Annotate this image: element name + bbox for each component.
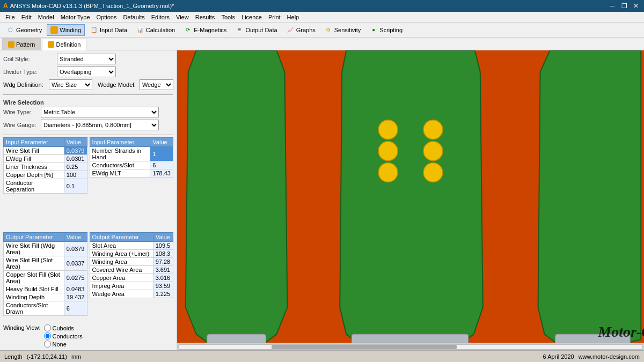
wire-type-label: Wire Type: [3, 109, 41, 115]
toolbar-sensitivity[interactable]: ⚙ Sensitivity [320, 24, 365, 36]
menu-defaults[interactable]: Defaults [120, 12, 148, 23]
out-val-impreg-area: 93.59 [153, 282, 173, 290]
menu-view[interactable]: View [173, 12, 192, 23]
svg-point-3 [378, 142, 398, 161]
table-row: Winding Depth 19.432 [4, 293, 87, 301]
out-param-copper-slot: Copper Slot Fill (Slot Area) [4, 271, 64, 285]
output-tables: Output Parameter Value Wire Slot Fill (W… [3, 232, 173, 319]
toolbar-emagnetics[interactable]: ⟳ E-Magnetics [180, 24, 230, 36]
svg-point-7 [423, 163, 443, 182]
table-row: EWdg MLT 178.43 [90, 169, 173, 178]
wire-type-select[interactable]: Metric Table AWG Table Manual [41, 107, 159, 117]
scrollbar-thumb[interactable] [272, 345, 457, 349]
val-conductor-sep: 0.1 [64, 179, 87, 194]
wire-gauge-select[interactable]: Diameters - [0.885mm, 0.800mm] [41, 120, 159, 130]
out-param-winding-area: Winding Area [90, 258, 153, 266]
toolbar-scripting[interactable]: ● Scripting [365, 24, 406, 36]
title-bar-left: A ANSYS Motor-CAD v13.1.3 (BPM_Traction_… [3, 2, 174, 10]
input-table-left: Input Parameter Value Wire Slot Fill 0.0… [3, 137, 87, 197]
tab-definition-label: Definition [56, 41, 80, 48]
coil-style-select[interactable]: Stranded Solid [57, 54, 116, 64]
winding-none-radio[interactable] [44, 341, 51, 348]
minimize-button[interactable]: ─ [608, 1, 617, 11]
status-bar: Length (-172.10,24.11) mm 6 April 2020 w… [0, 350, 644, 362]
toolbar-sensitivity-label: Sensitivity [334, 27, 361, 33]
menu-help[interactable]: Help [284, 12, 303, 23]
out-val-wedge-area: 1.225 [153, 290, 173, 298]
table-row: Conductors/Slot 6 [90, 161, 173, 169]
menu-file[interactable]: File [2, 12, 18, 23]
menu-tools[interactable]: Tools [218, 12, 238, 23]
param-wire-slot-fill: Wire Slot Fill [4, 147, 64, 155]
tab-pattern-label: Pattern [16, 41, 35, 48]
scrollbar-track[interactable] [178, 344, 643, 350]
param-liner-thickness: Liner Thickness [4, 163, 64, 171]
menu-print[interactable]: Print [265, 12, 284, 23]
title-text: ANSYS Motor-CAD v13.1.3 (BPM_Traction_1_… [10, 3, 174, 9]
wedge-model-select[interactable]: Wedge None [140, 79, 173, 90]
output-param-table-1: Output Parameter Value Wire Slot Fill (W… [3, 232, 87, 316]
toolbar: ⬡ Geometry Winding 📋 Input Data 📊 Calcul… [0, 23, 644, 38]
tab-definition[interactable]: Definition [42, 39, 86, 50]
tab-definition-icon [48, 41, 54, 48]
right-tooth [538, 50, 641, 346]
toolbar-input-data-label: Input Data [100, 27, 127, 33]
close-button[interactable]: ✕ [631, 1, 641, 11]
divider-type-select[interactable]: Overlapping None [57, 67, 116, 77]
menu-editors[interactable]: Editors [148, 12, 173, 23]
toolbar-calculation[interactable]: 📊 Calculation [132, 24, 179, 36]
menu-edit[interactable]: Edit [18, 12, 35, 23]
scripting-icon: ● [369, 26, 378, 34]
output-param-table-2: Output Parameter Value Slot Area 109.5 W… [90, 232, 174, 298]
out-param-conductors-drawn: Conductors/Slot Drawn [4, 301, 64, 316]
title-bar-controls[interactable]: ─ ❐ ✕ [608, 1, 641, 11]
out-val-winding-area-liner: 108.3 [153, 250, 173, 258]
table-row: Wire Slot Fill 0.0379 [4, 147, 87, 155]
winding-cuboids-radio[interactable] [44, 324, 51, 331]
center-tooth [340, 50, 483, 346]
table-row: Liner Thickness 0.25 [4, 163, 87, 171]
table-row: Winding Area 97.28 [90, 258, 173, 266]
table-row: EWdg Fill 0.0301 [4, 155, 87, 163]
wdg-definition-select[interactable]: Wire Size Slot Fill [49, 79, 92, 90]
menu-motor-type[interactable]: Motor Type [57, 12, 93, 23]
horizontal-scrollbar[interactable] [177, 343, 644, 350]
winding-conductors-option[interactable]: Conductors [44, 333, 83, 339]
output-table-right: Output Parameter Value Slot Area 109.5 W… [90, 232, 174, 319]
menu-options[interactable]: Options [93, 12, 120, 23]
tab-pattern[interactable]: Pattern [2, 38, 41, 50]
menu-licence[interactable]: Licence [238, 12, 265, 23]
val-liner-thickness: 0.25 [64, 163, 87, 171]
toolbar-graphs[interactable]: 📈 Graphs [282, 24, 319, 36]
table-row: Covered Wire Area 3.691 [90, 266, 173, 274]
logo-text: Motor-CAD [597, 323, 644, 340]
input-value-header-2: Value [150, 138, 173, 147]
menu-bar: File Edit Model Motor Type Options Defau… [0, 12, 644, 23]
toolbar-output-data[interactable]: ≡ Output Data [231, 24, 281, 36]
winding-none-option[interactable]: None [44, 341, 83, 348]
table-row: Copper Depth [%] 100 [4, 171, 87, 179]
winding-view: Winding View: Cuboids Conductors None [3, 324, 173, 349]
input-tables: Input Parameter Value Wire Slot Fill 0.0… [3, 137, 173, 197]
left-tooth [186, 50, 288, 346]
toolbar-winding[interactable]: Winding [47, 24, 85, 36]
input-param-table-2: Input Parameter Value Number Strands in … [90, 137, 174, 178]
winding-cuboids-option[interactable]: Cuboids [44, 324, 83, 331]
menu-model[interactable]: Model [35, 12, 57, 23]
out-param-slot-area: Slot Area [90, 242, 153, 250]
restore-button[interactable]: ❐ [619, 1, 629, 11]
table-row: Wire Slot Fill (Wdg Area) 0.0379 [4, 242, 87, 256]
input-param-header-2: Input Parameter [90, 138, 150, 147]
val-conductors-slot: 6 [150, 161, 173, 169]
out-param-winding-depth: Winding Depth [4, 293, 64, 301]
toolbar-geometry[interactable]: ⬡ Geometry [2, 24, 46, 36]
motor-svg: Motor-CAD [177, 50, 644, 350]
table-row: Wire Slot Fill (Slot Area) 0.0337 [4, 256, 87, 271]
toolbar-input-data[interactable]: 📋 Input Data [86, 24, 131, 36]
out-val-heavy-build: 0.0483 [64, 285, 87, 293]
winding-conductors-radio[interactable] [44, 333, 51, 339]
table-row: Copper Slot Fill (Slot Area) 0.0275 [4, 271, 87, 285]
menu-results[interactable]: Results [192, 12, 218, 23]
geometry-icon: ⬡ [6, 26, 14, 34]
param-copper-depth: Copper Depth [%] [4, 171, 64, 179]
